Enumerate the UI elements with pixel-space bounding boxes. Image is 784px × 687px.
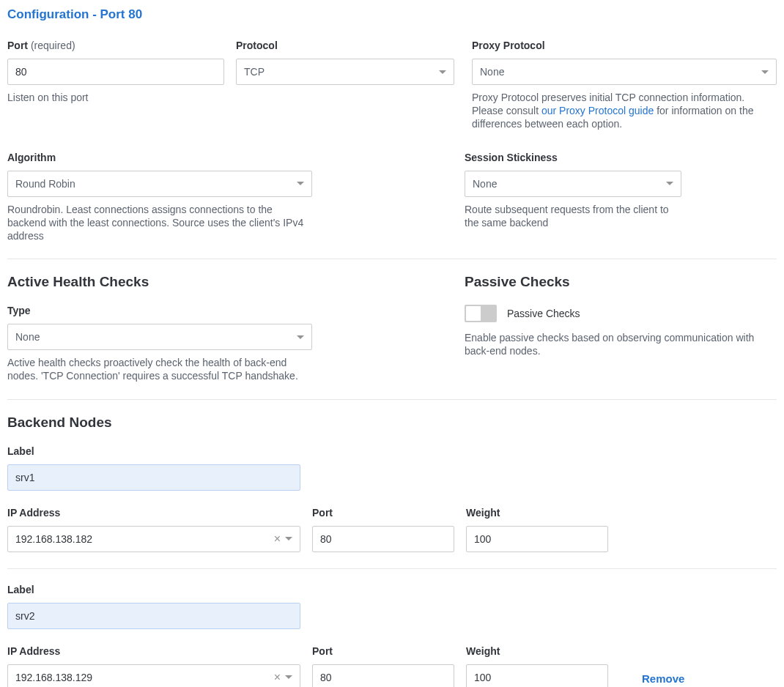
node-ip-select[interactable]: 192.168.138.182 × (7, 526, 300, 552)
algorithm-select[interactable]: Round Robin (7, 171, 312, 197)
passive-checks-title: Passive Checks (465, 274, 769, 290)
node-ip-value: 192.168.138.182 (15, 533, 270, 545)
node-weight-input[interactable] (466, 526, 608, 552)
algorithm-label: Algorithm (7, 152, 312, 163)
port-helper: Listen on this port (7, 91, 224, 104)
node-label-label: Label (7, 584, 300, 595)
active-health-type-label: Type (7, 305, 312, 316)
node-ip-select[interactable]: 192.168.138.129 × (7, 664, 300, 688)
passive-checks-toggle-label: Passive Checks (507, 308, 580, 319)
proxy-protocol-helper: Proxy Protocol preserves initial TCP con… (472, 91, 777, 131)
session-stickiness-label: Session Stickiness (465, 152, 681, 163)
backend-nodes-title: Backend Nodes (7, 415, 777, 431)
node-ip-label: IP Address (7, 507, 300, 519)
proxy-protocol-label: Proxy Protocol (472, 40, 777, 51)
chevron-down-icon (285, 537, 292, 541)
proxy-protocol-guide-link[interactable]: our Proxy Protocol guide (541, 105, 654, 116)
node-port-label: Port (312, 645, 454, 657)
node-weight-label: Weight (466, 645, 608, 657)
node-label-label: Label (7, 445, 300, 457)
port-label: Port (required) (7, 40, 224, 51)
chevron-down-icon (761, 70, 769, 74)
backend-node: Label IP Address 192.168.138.182 × Port … (7, 445, 777, 552)
clear-icon[interactable]: × (270, 672, 285, 683)
active-health-title: Active Health Checks (7, 274, 465, 290)
page-title: Configuration - Port 80 (7, 7, 777, 22)
active-health-type-select[interactable]: None (7, 324, 312, 350)
toggle-knob (466, 306, 481, 321)
passive-checks-helper: Enable passive checks based on observing… (465, 331, 758, 357)
algorithm-helper: Roundrobin. Least connections assigns co… (7, 203, 308, 243)
chevron-down-icon (439, 70, 446, 74)
node-ip-label: IP Address (7, 645, 300, 657)
chevron-down-icon (666, 182, 673, 185)
session-stickiness-helper: Route subsequent requests from the clien… (465, 203, 670, 229)
remove-node-button[interactable]: Remove (642, 672, 684, 688)
chevron-down-icon (285, 675, 292, 679)
divider (7, 568, 777, 569)
proxy-protocol-select[interactable]: None (472, 59, 777, 85)
port-input[interactable] (7, 59, 224, 85)
protocol-select[interactable]: TCP (236, 59, 454, 85)
backend-node: Label IP Address 192.168.138.129 × Port … (7, 584, 777, 688)
node-port-input[interactable] (312, 526, 454, 552)
node-ip-value: 192.168.138.129 (15, 672, 270, 683)
node-label-input[interactable] (7, 603, 300, 629)
node-label-input[interactable] (7, 464, 300, 491)
active-health-helper: Active health checks proactively check t… (7, 356, 300, 382)
chevron-down-icon (297, 182, 304, 185)
divider (7, 399, 777, 400)
node-port-label: Port (312, 507, 454, 519)
session-stickiness-select[interactable]: None (465, 171, 681, 197)
node-port-input[interactable] (312, 664, 454, 688)
divider (7, 259, 777, 259)
passive-checks-toggle[interactable] (465, 305, 497, 322)
clear-icon[interactable]: × (270, 533, 285, 545)
protocol-label: Protocol (236, 40, 454, 51)
node-weight-input[interactable] (466, 664, 608, 688)
chevron-down-icon (297, 335, 304, 339)
node-weight-label: Weight (466, 507, 608, 519)
